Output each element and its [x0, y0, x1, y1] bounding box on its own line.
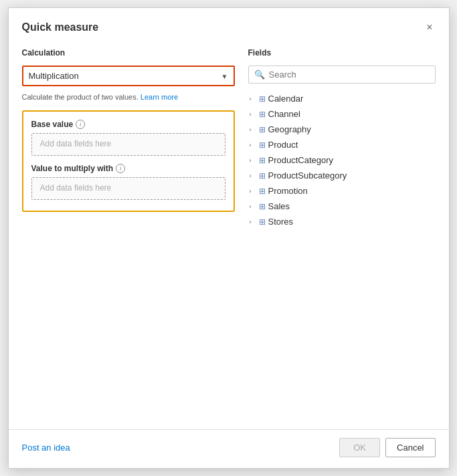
field-table-icon — [259, 187, 266, 196]
field-expand-icon: › — [250, 157, 256, 164]
field-expand-icon: › — [250, 126, 256, 133]
field-table-icon — [259, 171, 266, 181]
calculation-label: Calculation — [22, 48, 235, 57]
fields-label: Fields — [248, 48, 436, 57]
multiply-value-info-icon[interactable]: i — [116, 164, 125, 173]
field-item[interactable]: › Promotion — [248, 184, 436, 198]
field-table-icon — [259, 125, 266, 134]
field-expand-icon: › — [250, 219, 256, 225]
field-item[interactable]: › ProductSubcategory — [248, 168, 436, 183]
field-item[interactable]: › Geography — [248, 122, 436, 136]
fields-list: › Calendar › Channel › Geography › Produ… — [248, 92, 436, 229]
left-panel: Calculation Multiplication Addition Subt… — [22, 48, 235, 416]
field-name: Stores — [268, 217, 294, 227]
multiply-value-label: Value to multiply with i — [31, 164, 225, 173]
field-name: Channel — [268, 109, 300, 119]
calculation-select-wrapper: Multiplication Addition Subtraction Divi… — [22, 66, 235, 86]
field-item[interactable]: › Sales — [248, 199, 436, 213]
multiply-value-dropzone[interactable]: Add data fields here — [31, 177, 225, 200]
field-table-icon — [259, 156, 266, 165]
field-name: Product — [268, 140, 298, 150]
base-value-dropzone[interactable]: Add data fields here — [31, 133, 225, 156]
field-name: Geography — [268, 124, 311, 134]
field-expand-icon: › — [250, 172, 256, 179]
dialog-body: Calculation Multiplication Addition Subt… — [9, 41, 449, 429]
field-item[interactable]: › Channel — [248, 107, 436, 121]
base-value-group: Base value i Add data fields here — [31, 120, 225, 156]
field-expand-icon: › — [250, 142, 256, 148]
base-value-label: Base value i — [31, 120, 225, 129]
field-item[interactable]: › Product — [248, 138, 436, 152]
footer-buttons: OK Cancel — [339, 438, 435, 457]
quick-measure-dialog: Quick measure × Calculation Multiplicati… — [8, 7, 450, 469]
field-table-icon — [259, 202, 266, 211]
field-table-icon — [259, 217, 266, 227]
field-item[interactable]: › Stores — [248, 215, 436, 229]
field-name: Promotion — [268, 186, 308, 196]
field-item[interactable]: › ProductCategory — [248, 153, 436, 167]
field-name: ProductSubcategory — [268, 170, 347, 181]
field-name: Sales — [268, 201, 290, 211]
post-idea-link[interactable]: Post an idea — [22, 443, 70, 453]
field-name: ProductCategory — [268, 155, 334, 165]
field-expand-icon: › — [250, 96, 256, 102]
search-input[interactable] — [269, 70, 430, 80]
field-item[interactable]: › Calendar — [248, 92, 436, 106]
search-wrapper: 🔍 — [248, 66, 436, 84]
dialog-title: Quick measure — [22, 21, 99, 33]
close-button[interactable]: × — [424, 19, 435, 36]
params-box: Base value i Add data fields here Value … — [22, 110, 235, 212]
dialog-footer: Post an idea OK Cancel — [9, 429, 449, 468]
field-expand-icon: › — [250, 188, 256, 195]
field-expand-icon: › — [250, 111, 256, 118]
ok-button: OK — [339, 438, 380, 457]
calculation-select[interactable]: Multiplication Addition Subtraction Divi… — [23, 67, 234, 85]
learn-more-link[interactable]: Learn more — [141, 93, 178, 101]
field-expand-icon: › — [250, 203, 256, 210]
dialog-header: Quick measure × — [9, 8, 449, 41]
search-icon: 🔍 — [254, 70, 265, 80]
field-table-icon — [259, 140, 266, 150]
field-table-icon — [259, 110, 266, 119]
multiply-value-group: Value to multiply with i Add data fields… — [31, 164, 225, 200]
base-value-info-icon[interactable]: i — [76, 120, 85, 129]
field-name: Calendar — [268, 94, 304, 104]
right-panel: Fields 🔍 › Calendar › Channel › Geograph… — [248, 48, 436, 416]
field-table-icon — [259, 94, 266, 104]
calculation-description: Calculate the product of two values. Lea… — [22, 93, 235, 101]
cancel-button[interactable]: Cancel — [385, 438, 435, 457]
